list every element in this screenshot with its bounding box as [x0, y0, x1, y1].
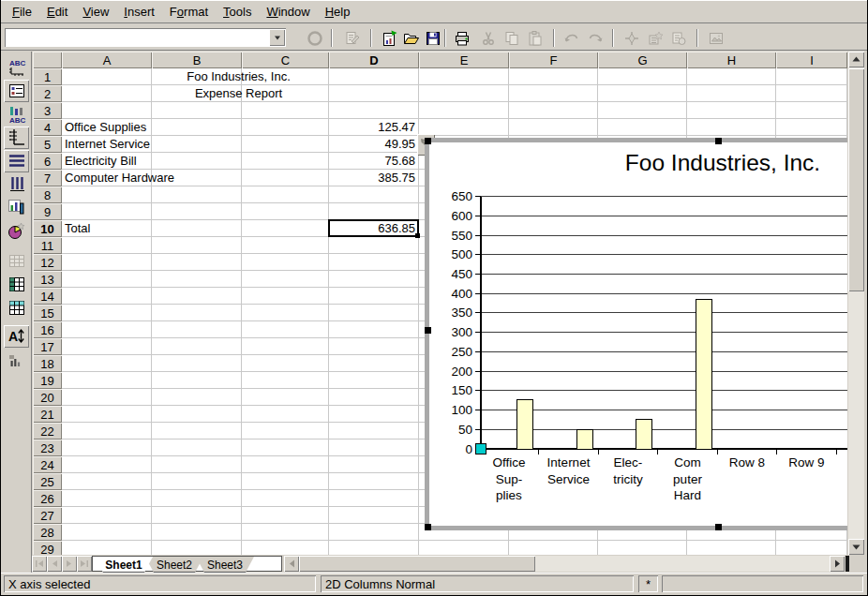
column-header-H[interactable]: H: [687, 52, 776, 68]
row-header-27[interactable]: 27: [33, 507, 62, 524]
data-in-rows-button[interactable]: [4, 274, 29, 296]
fill-handle[interactable]: [415, 233, 420, 238]
print-button[interactable]: [452, 28, 472, 49]
row-header-6[interactable]: 6: [33, 153, 62, 170]
horizontal-grid-button[interactable]: [4, 150, 29, 172]
row-header-19[interactable]: 19: [33, 372, 62, 389]
selected-cell-border[interactable]: [328, 219, 419, 237]
row-header-25[interactable]: 25: [33, 473, 62, 490]
new-document-button[interactable]: [380, 28, 400, 49]
chart-selection-handle-bottom-left[interactable]: [425, 524, 431, 530]
tab-sheet1[interactable]: Sheet1: [95, 557, 153, 573]
row-header-26[interactable]: 26: [33, 490, 62, 507]
menu-file[interactable]: File: [5, 2, 39, 22]
x-axis-label[interactable]: Service: [547, 472, 590, 486]
cell-reference-combobox[interactable]: [5, 28, 286, 47]
row-header-14[interactable]: 14: [33, 288, 62, 305]
chart-bar[interactable]: [636, 420, 652, 449]
menu-window[interactable]: Window: [259, 2, 317, 22]
chart-legend-button[interactable]: [4, 80, 29, 102]
chart-type-button[interactable]: [4, 197, 29, 219]
row-header-23[interactable]: 23: [33, 440, 62, 456]
hscroll-left-button[interactable]: [284, 556, 299, 572]
menu-format[interactable]: Format: [162, 2, 216, 22]
embedded-chart[interactable]: Foo Industries, Inc.05010015020025030035…: [425, 138, 847, 530]
hscroll-right-button[interactable]: [830, 556, 845, 572]
open-button[interactable]: [401, 28, 422, 49]
x-axis-label[interactable]: Elec-: [614, 455, 643, 469]
x-axis-label[interactable]: plies: [496, 488, 522, 502]
horizontal-scroll-thumb[interactable]: [299, 556, 535, 572]
tab-sheet3[interactable]: Sheet3: [196, 557, 254, 573]
row-header-3[interactable]: 3: [33, 102, 62, 119]
chart-bar[interactable]: [517, 400, 533, 449]
row-header-9[interactable]: 9: [33, 203, 62, 220]
column-header-E[interactable]: E: [419, 52, 509, 68]
row-header-2[interactable]: 2: [33, 85, 62, 102]
x-axis-label[interactable]: Com: [674, 455, 701, 469]
combo-dropdown-button[interactable]: [269, 29, 285, 46]
autoformat-chart-button[interactable]: [4, 220, 29, 243]
row-header-8[interactable]: 8: [33, 186, 62, 203]
menu-tools[interactable]: Tools: [216, 2, 259, 22]
x-axis-label[interactable]: Office: [492, 455, 525, 469]
chart-title[interactable]: Foo Industries, Inc.: [625, 150, 820, 175]
row-header-1[interactable]: 1: [33, 68, 62, 85]
column-header-B[interactable]: B: [152, 52, 242, 68]
x-axis-label[interactable]: Row 9: [788, 455, 824, 469]
column-header-D[interactable]: D: [329, 52, 419, 68]
scroll-down-button[interactable]: [848, 539, 864, 555]
previous-sheet-button[interactable]: [47, 556, 62, 572]
x-axis-label[interactable]: Row 8: [729, 455, 765, 469]
row-header-28[interactable]: 28: [33, 524, 62, 541]
reorganize-chart-button[interactable]: [4, 349, 29, 371]
column-header-I[interactable]: I: [776, 52, 847, 68]
scroll-up-button[interactable]: [848, 52, 864, 67]
row-header-24[interactable]: 24: [33, 456, 62, 473]
row-header-29[interactable]: 29: [33, 541, 62, 555]
row-header-11[interactable]: 11: [33, 237, 62, 254]
row-header-21[interactable]: 21: [33, 406, 62, 423]
row-header-20[interactable]: 20: [33, 389, 62, 406]
data-in-columns-button[interactable]: [4, 297, 29, 320]
vertical-grid-button[interactable]: [4, 173, 29, 196]
first-sheet-button[interactable]: [32, 556, 47, 572]
chart-selection-handle-top-mid[interactable]: [715, 138, 722, 144]
vertical-scroll-thumb[interactable]: [848, 68, 864, 291]
chart-title-button[interactable]: ABC: [4, 56, 29, 79]
next-sheet-button[interactable]: [62, 556, 77, 572]
chart-selection-handle-top-left[interactable]: [425, 138, 431, 144]
row-header-4[interactable]: 4: [33, 119, 62, 136]
axes-title-button[interactable]: ABC: [4, 103, 29, 126]
column-header-A[interactable]: A: [62, 52, 152, 68]
cell-reference-input[interactable]: [7, 30, 265, 44]
menu-insert[interactable]: Insert: [116, 2, 162, 22]
column-header-F[interactable]: F: [509, 52, 598, 68]
row-header-15[interactable]: 15: [33, 305, 62, 321]
menu-edit[interactable]: Edit: [39, 2, 75, 22]
x-axis-label[interactable]: Internet: [547, 455, 591, 469]
last-sheet-button[interactable]: [77, 556, 92, 572]
x-axis-label[interactable]: Hard: [674, 488, 701, 502]
x-axis-label[interactable]: tricity: [613, 472, 643, 486]
row-header-18[interactable]: 18: [33, 355, 62, 372]
row-header-7[interactable]: 7: [33, 170, 62, 186]
chart-bar[interactable]: [576, 429, 592, 449]
menu-help[interactable]: Help: [318, 2, 358, 22]
row-header-16[interactable]: 16: [33, 321, 62, 338]
vertical-scrollbar[interactable]: [848, 52, 864, 555]
column-header-C[interactable]: C: [242, 52, 329, 68]
x-axis-label[interactable]: Sup-: [496, 472, 523, 486]
scrollbar-split-handle[interactable]: [846, 556, 849, 572]
row-header-22[interactable]: 22: [33, 423, 62, 440]
row-header-13[interactable]: 13: [33, 271, 62, 288]
x-axis-label[interactable]: puter: [673, 472, 702, 486]
tab-sheet2[interactable]: Sheet2: [145, 557, 203, 573]
row-header-10[interactable]: 10: [33, 220, 62, 237]
save-button[interactable]: [423, 28, 443, 49]
scale-text-button[interactable]: A: [4, 325, 29, 348]
chart-selection-handle-bottom-mid[interactable]: [715, 524, 722, 530]
row-header-17[interactable]: 17: [33, 338, 62, 355]
chart-axes-button[interactable]: [4, 127, 29, 149]
chart-bar[interactable]: [696, 299, 711, 449]
